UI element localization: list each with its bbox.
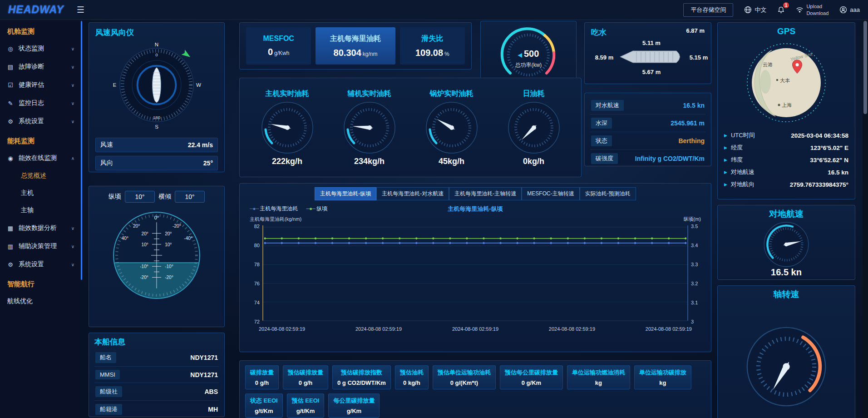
user-icon [839, 6, 847, 14]
roll-input[interactable]: 10° [175, 191, 205, 203]
chevron-down-icon: ∨ [71, 262, 74, 267]
tab-mesfoc-shaft-rpm[interactable]: MESFOC-主轴转速 [522, 187, 579, 200]
energy-monitor-icon: ◉ [6, 155, 15, 162]
gps-map[interactable]: Yellow Sea 云港 大丰 上海 [742, 38, 831, 127]
chevron-down-icon: ∨ [71, 83, 74, 88]
language-label: 中文 [755, 6, 766, 14]
fuel-chart-panel: 主机每海里油耗-纵顷 主机每海里油耗-对水航速 主机每海里油耗-主轴转速 MES… [239, 183, 711, 352]
chevron-down-icon: ∨ [71, 119, 74, 124]
wind-compass: N E W S 0 180 [108, 39, 205, 134]
svg-text:20°: 20° [165, 231, 172, 236]
sog-value: 16.5 kn [771, 267, 802, 278]
stat-est-carbon-emission: 预估碳排放量0 g/h [283, 365, 328, 389]
chevron-up-icon: ∧ [71, 156, 74, 161]
ship-info-panel: 本船信息 船名 NDY1271 MMSI NDY1271 船级社 ABS 船籍港… [89, 333, 225, 417]
y-axis-left-label: 主机每海里油耗(kg/nm) [250, 216, 301, 223]
tab-fuel-speed[interactable]: 主机每海里油耗-对水航速 [376, 187, 449, 200]
draft-ship-icon [617, 47, 686, 66]
compass-west-label: W [196, 82, 201, 88]
svg-text:10°: 10° [165, 242, 172, 247]
stat-status-eeoi: 状态 EEOIg/t/Km [245, 393, 283, 418]
table-row: 碳强度 Infinity g CO2/DWT/Km [590, 150, 705, 167]
line-chart-plot[interactable] [262, 224, 688, 324]
y-axis-right-label: 纵顷(m) [684, 216, 701, 223]
gps-row-longitude: ▶ 经度 123°6'5.02" E [724, 144, 848, 152]
wifi-icon [796, 6, 804, 14]
sidebar-item-decision-support[interactable]: ▥ 辅助决策管理 ∨ [0, 237, 81, 255]
sidebar-item-system-settings[interactable]: ⚙ 系统设置 ∨ [0, 112, 81, 130]
storage-space-button[interactable]: 平台存储空间 [683, 3, 733, 17]
chart-tabs: 主机每海里油耗-纵顷 主机每海里油耗-对水航速 主机每海里油耗-主轴转速 MES… [247, 187, 704, 200]
gps-row-cog: ▶ 对地航向 2759.767333984375° [724, 180, 848, 189]
compass-north-label: N [155, 42, 158, 47]
page-scrollbar[interactable] [863, 20, 868, 418]
emission-stats-panel: 碳排放量0 g/h 预估碳排放量0 g/h 预估碳排放指数0 g CO2/DWT… [239, 360, 711, 418]
notifications-button[interactable]: 1 [777, 6, 785, 14]
language-switcher[interactable]: 中文 [744, 6, 766, 14]
chevron-down-icon: ∨ [71, 244, 74, 249]
chevron-down-icon: ∨ [71, 101, 74, 106]
sidebar-subitem-overview[interactable]: 总览概述 [0, 167, 81, 184]
wind-direction-arrow-icon [182, 50, 192, 60]
sidebar-item-route-optimization[interactable]: 航线优化 [0, 292, 81, 310]
gear-icon: ⚙ [6, 261, 15, 268]
sidebar-subitem-main-shaft[interactable]: 主轴 [0, 202, 81, 219]
gps-row-sog: ▶ 对地航速 16.5 kn [724, 168, 848, 176]
log-icon: ✎ [6, 100, 15, 107]
gps-row-utc: ▶ UTC时间 2025-03-04 06:34:58 [724, 131, 848, 139]
stat-est-fuel: 预估油耗0 kg/h [395, 365, 429, 389]
y-axis-right-ticks: 3.53.4 3.33.2 3.13 [688, 224, 704, 324]
draft-starboard-value: 5.15 m [690, 54, 708, 61]
sidebar-item-monitoring-log[interactable]: ✎ 监控日志 ∨ [0, 94, 81, 112]
notification-badge: 1 [783, 2, 789, 8]
chevron-down-icon: ∨ [71, 226, 74, 231]
hamburger-menu-icon[interactable]: ☰ [77, 5, 84, 15]
stat-unit-transport-fuel: 单位运输功燃油消耗kg [567, 365, 630, 389]
table-row: 船籍港 MH [94, 401, 219, 418]
svg-text:-20°: -20° [165, 275, 173, 280]
main-content: 风速风向仪 N E W S 0 180 [81, 20, 868, 418]
globe-icon [744, 6, 752, 14]
dial-top-label: 0° [154, 215, 159, 220]
sidebar-item-energy-data-analysis[interactable]: ▦ 能效数据分析 ∨ [0, 219, 81, 237]
chevron-down-icon: ∨ [71, 65, 74, 70]
ship-topview-icon [152, 68, 161, 103]
sidebar-item-status-monitoring[interactable]: ◎ 状态监测 ∨ [0, 40, 81, 58]
sidebar-item-health-assessment[interactable]: ☑ 健康评估 ∨ [0, 76, 81, 94]
svg-text:20°: 20° [142, 231, 148, 236]
ship-info-title: 本船信息 [94, 337, 219, 347]
tab-fuel-trim[interactable]: 主机每海里油耗-纵顷 [315, 187, 376, 200]
data-analysis-icon: ▦ [6, 225, 15, 232]
stat-est-carbon-per-km: 预估每公里碳排放量0 g/Km [500, 365, 563, 389]
sidebar-scrollbar[interactable] [81, 21, 82, 280]
compass-0-label: 0 [155, 52, 158, 57]
scrollbar-thumb[interactable] [863, 21, 867, 114]
svg-text:10°: 10° [142, 242, 148, 247]
tab-actual-vs-predicted[interactable]: 实际油耗-预测油耗 [580, 187, 636, 200]
table-row: 对水航速 16.5 kn [590, 97, 705, 114]
tab-fuel-shaft-rpm[interactable]: 主机每海里油耗-主轴转速 [449, 187, 522, 200]
sidebar-item-energy-online-monitoring[interactable]: ◉ 能效在线监测 ∧ [0, 149, 81, 167]
draft-max-value: 6.87 m [686, 27, 705, 34]
user-menu[interactable]: aaa [839, 6, 860, 14]
svg-text:-10°: -10° [165, 264, 173, 269]
svg-text:-40°: -40° [184, 236, 192, 241]
sidebar-subitem-main-engine[interactable]: 主机 [0, 184, 81, 202]
pitch-input[interactable]: 10° [125, 191, 155, 203]
stat-carbon-emission: 碳排放量0 g/h [245, 365, 279, 389]
stat-est-eeoi: 预估 EEOIg/t/Km [287, 393, 325, 418]
gear-icon: ⚙ [6, 118, 15, 125]
table-row: 状态 Berthing [590, 132, 705, 150]
transfer-status[interactable]: Upload Download [796, 3, 829, 16]
svg-text:20°: 20° [133, 224, 140, 229]
draft-panel: 吃水 6.87 m 5.11 m 8.59 m 5.15 m 5.67 m [584, 22, 711, 84]
stat-est-unit-transport-fuel: 预估单位运输功油耗0 g/(Km*t) [433, 365, 496, 389]
username: aaa [850, 6, 860, 13]
sog-panel: 对地航速 16.5 kn [717, 205, 855, 280]
wind-direction-row: 风向 25° [95, 156, 218, 170]
main-engine-fuel-gauge: 主机实时油耗 222kg/h [258, 89, 317, 166]
kpi-slip-ratio: 滑失比 109.08% [400, 27, 465, 65]
sidebar-item-fault-diagnosis[interactable]: ▤ 故障诊断 ∨ [0, 58, 81, 76]
sidebar-item-system-settings-2[interactable]: ⚙ 系统设置 ∨ [0, 255, 81, 274]
status-monitor-icon: ◎ [6, 45, 15, 52]
